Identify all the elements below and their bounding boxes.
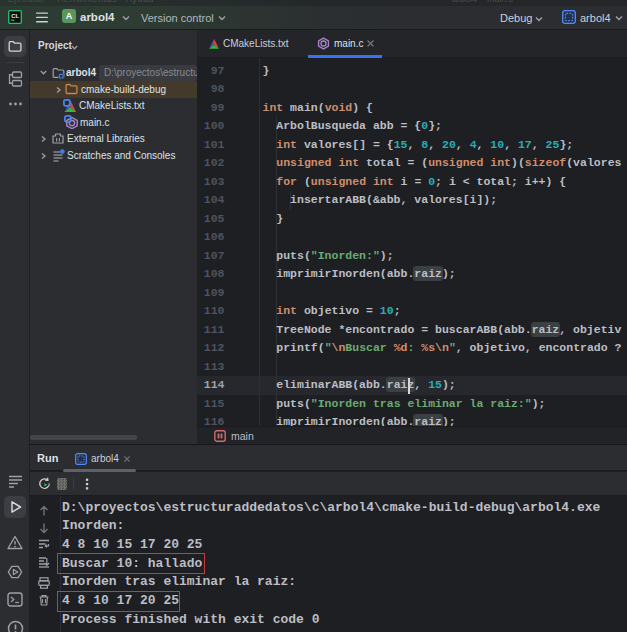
svg-text:CL: CL: [11, 13, 19, 19]
svg-text:A: A: [66, 11, 73, 21]
